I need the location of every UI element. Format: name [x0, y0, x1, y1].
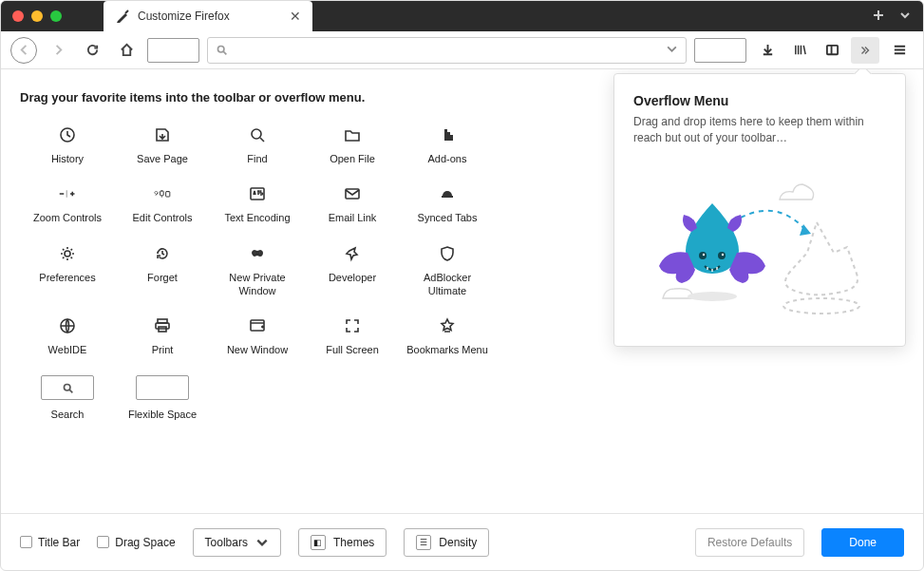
- browser-tab[interactable]: Customize Firefox ✕: [104, 1, 312, 31]
- url-bar[interactable]: [207, 37, 687, 64]
- full-screen-icon: [343, 316, 362, 335]
- palette-item-adblocker-ultimate[interactable]: AdBlocker Ultimate: [400, 244, 495, 298]
- flexible-space-toolbar-2[interactable]: [694, 38, 746, 63]
- toolbars-dropdown[interactable]: Toolbars: [193, 528, 281, 557]
- svg-point-9: [65, 251, 70, 257]
- private-window-icon: [248, 244, 267, 263]
- reload-button[interactable]: [79, 37, 105, 64]
- close-window-button[interactable]: [12, 10, 24, 22]
- svg-rect-8: [442, 196, 453, 198]
- palette-item-flexible-space[interactable]: Flexible Space: [115, 375, 210, 421]
- svg-point-19: [699, 252, 707, 259]
- palette-item-full-screen[interactable]: Full Screen: [305, 316, 400, 356]
- themes-button[interactable]: ◧ Themes: [298, 528, 387, 557]
- palette-item-developer[interactable]: Developer: [305, 244, 400, 298]
- restore-defaults-button[interactable]: Restore Defaults: [695, 528, 804, 557]
- svg-point-20: [718, 252, 726, 259]
- svg-point-0: [217, 46, 224, 52]
- save-page-icon: [153, 125, 172, 144]
- open-file-icon: [343, 125, 362, 144]
- flexible-space-toolbar[interactable]: [147, 38, 199, 63]
- palette-item-zoom-controls[interactable]: Zoom Controls: [20, 184, 115, 224]
- minimize-window-button[interactable]: [31, 10, 43, 22]
- overflow-description: Drag and drop items here to keep them wi…: [633, 114, 886, 146]
- new-window-icon: [248, 316, 267, 335]
- forward-button[interactable]: [45, 37, 71, 64]
- palette-item-print[interactable]: Print: [115, 316, 210, 356]
- done-button[interactable]: Done: [821, 528, 904, 557]
- overflow-illustration: [633, 165, 886, 327]
- palette-item-preferences[interactable]: Preferences: [20, 244, 115, 298]
- back-button[interactable]: [10, 37, 37, 64]
- svg-point-18: [783, 298, 859, 314]
- tab-title: Customize Firefox: [138, 10, 230, 23]
- flexible-space-preview: [136, 375, 189, 400]
- svg-point-21: [703, 253, 705, 255]
- history-icon: [58, 125, 77, 144]
- overflow-menu-button[interactable]: [851, 37, 879, 64]
- text-encoding-icon: [248, 184, 267, 203]
- titlebar-checkbox[interactable]: Title Bar: [20, 536, 80, 549]
- preferences-icon: [58, 244, 77, 263]
- palette-item-history[interactable]: History: [20, 125, 115, 165]
- palette-item-synced-tabs[interactable]: Synced Tabs: [400, 184, 495, 224]
- maximize-window-button[interactable]: [50, 10, 62, 22]
- synced-tabs-icon: [438, 184, 457, 203]
- email-link-icon: [343, 184, 362, 203]
- svg-rect-7: [346, 189, 359, 199]
- palette-item-open-file[interactable]: Open File: [305, 125, 400, 165]
- close-tab-button[interactable]: ✕: [290, 10, 301, 23]
- palette-item-save-page[interactable]: Save Page: [115, 125, 210, 165]
- svg-rect-5: [166, 192, 170, 197]
- palette-item-email-link[interactable]: Email Link: [305, 184, 400, 224]
- find-icon: [248, 125, 267, 144]
- webide-icon: [58, 316, 77, 335]
- palette-item-text-encoding[interactable]: Text Encoding: [210, 184, 305, 224]
- svg-point-23: [688, 292, 737, 301]
- checkbox-icon: [20, 536, 32, 548]
- palette-item-webide[interactable]: WebIDE: [20, 316, 115, 356]
- paintbrush-icon: [115, 9, 130, 24]
- library-button[interactable]: [786, 37, 813, 64]
- developer-icon: [343, 244, 362, 263]
- titlebar-right: [872, 9, 912, 25]
- themes-icon: ◧: [311, 535, 326, 550]
- palette-item-new-window[interactable]: New Window: [210, 316, 305, 356]
- bookmarks-menu-icon: [438, 316, 457, 335]
- density-icon: ☰: [416, 535, 431, 550]
- svg-point-22: [722, 253, 724, 255]
- home-button[interactable]: [113, 37, 140, 64]
- zoom-controls-icon: [58, 184, 77, 203]
- svg-rect-14: [156, 323, 169, 329]
- overflow-menu-panel[interactable]: Overflow Menu Drag and drop items here t…: [613, 73, 906, 347]
- menu-button[interactable]: [885, 37, 914, 64]
- tabs-dropdown-button[interactable]: [898, 9, 912, 25]
- svg-point-17: [64, 384, 70, 390]
- palette-item-search[interactable]: Search: [20, 375, 115, 421]
- urlbar-dropdown-icon[interactable]: [666, 43, 678, 58]
- svg-point-3: [252, 129, 261, 139]
- svg-rect-4: [160, 191, 164, 196]
- palette-item-bookmarks-menu[interactable]: Bookmarks Menu: [400, 316, 495, 356]
- new-tab-button[interactable]: [872, 9, 885, 25]
- palette-item-edit-controls[interactable]: Edit Controls: [115, 184, 210, 224]
- forget-icon: [153, 244, 172, 263]
- edit-controls-icon: [153, 184, 172, 203]
- palette-item-forget[interactable]: Forget: [115, 244, 210, 298]
- search-field-preview: [41, 375, 94, 400]
- palette-item-find[interactable]: Find: [210, 125, 305, 165]
- downloads-button[interactable]: [754, 37, 781, 64]
- chevron-down-icon: [255, 536, 269, 549]
- dragspace-checkbox[interactable]: Drag Space: [97, 536, 175, 549]
- search-icon: [216, 44, 228, 56]
- navigation-toolbar: [1, 31, 923, 69]
- sidebar-button[interactable]: [819, 37, 845, 64]
- customize-content: Drag your favorite items into the toolba…: [1, 69, 923, 513]
- palette-item-new-private-window[interactable]: New Private Window: [210, 244, 305, 298]
- shield-icon: [438, 244, 457, 263]
- window-controls: [12, 10, 62, 22]
- customize-footer: Title Bar Drag Space Toolbars ◧ Themes ☰…: [1, 513, 923, 570]
- checkbox-icon: [97, 536, 109, 548]
- palette-item-addons[interactable]: Add-ons: [400, 125, 495, 165]
- density-button[interactable]: ☰ Density: [404, 528, 489, 557]
